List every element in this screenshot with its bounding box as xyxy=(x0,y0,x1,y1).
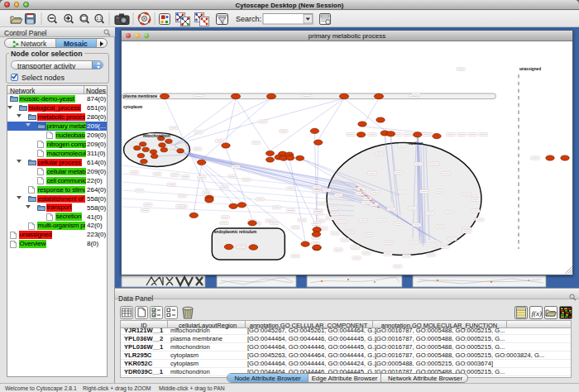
svg-text:unassigned: unassigned xyxy=(519,67,541,71)
svg-text:1:1: 1:1 xyxy=(96,16,102,21)
svg-text:nucleus: nucleus xyxy=(409,141,423,146)
svg-text:mitochondrion: mitochondrion xyxy=(143,134,170,138)
svg-text:cytoplasm: cytoplasm xyxy=(123,105,142,109)
svg-text:plasma membrane: plasma membrane xyxy=(123,94,158,98)
svg-text:Search:: Search: xyxy=(236,15,261,23)
svg-text:endoplasmic reticulum: endoplasmic reticulum xyxy=(214,230,256,234)
svg-text:f(x): f(x) xyxy=(532,309,543,318)
